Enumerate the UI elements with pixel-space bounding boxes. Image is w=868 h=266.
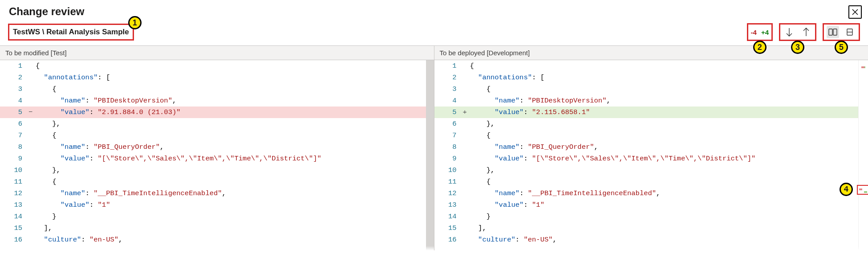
minimap[interactable] [858, 60, 868, 250]
code-source: "name": "__PBI_TimeIntelligenceEnabled", [35, 189, 434, 197]
code-line: 14 } [0, 211, 434, 222]
line-number: 2 [434, 74, 463, 82]
code-source: "value": "1" [469, 201, 868, 209]
inline-view-icon [846, 28, 853, 36]
line-number: 3 [434, 85, 463, 93]
code-source: }, [35, 166, 434, 174]
removed-count: -4 [751, 29, 757, 36]
code-line: 2 "annotations": [ [434, 72, 868, 83]
prev-diff-button[interactable] [800, 26, 812, 38]
dialog-title: Change review [9, 5, 84, 18]
left-code-pane[interactable]: 1{2 "annotations": [3 {4 "name": "PBIDes… [0, 60, 434, 250]
code-line: 3 { [0, 83, 434, 95]
line-number: 14 [0, 213, 28, 221]
code-line: 14 } [434, 211, 868, 222]
code-line: 7 { [0, 130, 434, 141]
code-source: { [35, 178, 434, 186]
code-line: 6 }, [434, 118, 868, 130]
code-source: ], [469, 224, 868, 232]
line-number: 4 [434, 97, 463, 105]
code-line: 11 { [434, 176, 868, 188]
line-number: 6 [434, 120, 463, 128]
code-source: { [35, 85, 434, 93]
callout-5: 5 [835, 41, 848, 54]
code-source: "value": "[\"Store\",\"Sales\",\"Item\",… [35, 155, 434, 163]
code-source: "annotations": [ [469, 74, 868, 82]
arrow-down-icon [785, 27, 793, 37]
line-number: 1 [0, 62, 28, 70]
code-line: 4 "name": "PBIDesktopVersion", [434, 95, 868, 106]
inline-view-button[interactable] [844, 26, 856, 38]
line-number: 12 [434, 189, 463, 197]
line-number: 11 [434, 178, 463, 186]
code-line: 8 "name": "PBI_QueryOrder", [0, 141, 434, 153]
code-source: "name": "__PBI_TimeIntelligenceEnabled", [469, 189, 868, 197]
breadcrumb-item: Retail Analysis Sample [46, 28, 129, 36]
line-number: 15 [0, 224, 28, 232]
code-line: 8 "name": "PBI_QueryOrder", [434, 141, 868, 153]
code-source: "name": "PBI_QueryOrder", [469, 143, 868, 151]
code-line: 1{ [434, 60, 868, 72]
code-source: "value": "[\"Store\",\"Sales\",\"Item\",… [469, 155, 868, 163]
line-number: 9 [434, 155, 463, 163]
code-source: "name": "PBIDesktopVersion", [469, 97, 868, 105]
code-line: 11 { [0, 176, 434, 188]
line-number: 13 [434, 201, 463, 209]
line-number: 2 [0, 74, 28, 82]
next-diff-button[interactable] [783, 26, 795, 38]
code-source: } [35, 213, 434, 221]
svg-rect-1 [833, 29, 837, 35]
line-number: 16 [434, 236, 463, 244]
line-number: 8 [434, 143, 463, 151]
callout-1: 1 [128, 16, 142, 29]
code-line: 15 ], [434, 222, 868, 234]
close-icon [851, 8, 860, 16]
code-source: }, [469, 120, 868, 128]
code-source: "value": "2.91.884.0 (21.03)" [35, 108, 434, 116]
line-number: 15 [434, 224, 463, 232]
code-line: 16 "culture": "en-US", [434, 234, 868, 246]
code-line: 6 }, [0, 118, 434, 130]
code-line: 16 "culture": "en-US", [0, 234, 434, 246]
svg-rect-0 [829, 29, 832, 35]
side-by-side-icon [828, 28, 837, 36]
code-source: ], [35, 224, 434, 232]
arrow-up-icon [802, 27, 810, 37]
side-by-side-button[interactable] [827, 26, 839, 38]
callout-3: 3 [791, 41, 804, 54]
line-number: 6 [0, 120, 28, 128]
line-number: 11 [0, 178, 28, 186]
line-number: 8 [0, 143, 28, 151]
line-number: 5 [434, 108, 463, 116]
breadcrumb-workspace: TestWS [13, 28, 40, 36]
code-line: 2 "annotations": [ [0, 72, 434, 83]
code-line: 4 "name": "PBIDesktopVersion", [0, 95, 434, 106]
right-code-pane[interactable]: 1{2 "annotations": [3 {4 "name": "PBIDes… [434, 60, 868, 250]
code-line: 10 }, [434, 164, 868, 176]
code-line: 9 "value": "[\"Store\",\"Sales\",\"Item\… [434, 153, 868, 164]
close-button[interactable] [848, 5, 862, 19]
line-number: 10 [434, 166, 463, 174]
code-source: { [469, 131, 868, 139]
diff-marker: + [463, 108, 469, 116]
code-source: "value": "2.115.6858.1" [469, 108, 868, 116]
code-line: 1{ [0, 60, 434, 72]
line-number: 14 [434, 213, 463, 221]
left-pane-title: To be modified [Test] [0, 46, 434, 60]
code-line: 7 { [434, 130, 868, 141]
view-mode-group: 5 [823, 23, 860, 41]
code-line: 9 "value": "[\"Store\",\"Sales\",\"Item\… [0, 153, 434, 164]
code-line: 10 }, [0, 164, 434, 176]
code-line: 15 ], [0, 222, 434, 234]
minimap-change-marker[interactable] [857, 185, 868, 195]
left-scrollbar[interactable] [426, 60, 434, 250]
line-number: 5 [0, 108, 28, 116]
code-source: "name": "PBI_QueryOrder", [35, 143, 434, 151]
line-number: 3 [0, 85, 28, 93]
code-source: { [35, 131, 434, 139]
line-number: 10 [0, 166, 28, 174]
line-number: 4 [0, 97, 28, 105]
breadcrumb-sep: \ [40, 28, 46, 36]
code-line: 3 { [434, 83, 868, 95]
code-source: }, [35, 120, 434, 128]
